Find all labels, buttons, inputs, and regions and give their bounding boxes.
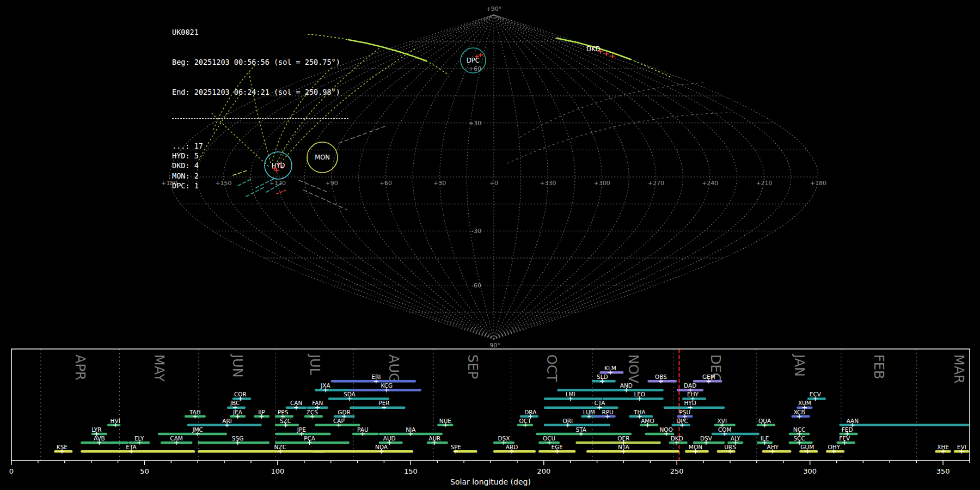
shower-label: DAD	[684, 382, 696, 389]
lon-label: +0	[489, 180, 498, 187]
month-label: JAN	[792, 353, 807, 377]
shower-label: DSX	[498, 435, 510, 442]
shower-label: ORI	[562, 418, 573, 424]
shower-label: PCA	[304, 435, 316, 442]
shower-zcs: ZCS	[304, 409, 323, 419]
shower-bar	[158, 433, 227, 436]
shower-bar	[427, 442, 448, 444]
shower-label: CTA	[594, 400, 605, 406]
count-row: DKD: 4	[172, 161, 348, 170]
shower-nzc: NZC	[198, 444, 326, 454]
shower-label: URS	[724, 444, 736, 450]
shower-kse: KSE	[54, 444, 72, 454]
shower-label: ETA	[126, 444, 137, 450]
info-separator	[172, 118, 348, 119]
shower-label: XUM	[798, 400, 811, 406]
lon-label: +300	[593, 180, 610, 187]
lon-label: +60	[379, 180, 392, 187]
shower-label: EGE	[552, 444, 563, 450]
shower-label: ARI	[222, 418, 232, 424]
shower-label: OHY	[828, 444, 840, 450]
lat-label: +30	[469, 120, 481, 127]
shower-jmc: JMC	[158, 426, 227, 436]
count-row: HYD: 5	[172, 151, 348, 161]
shower-bar	[312, 450, 413, 453]
shower-label: XCB	[794, 409, 805, 415]
shower-aur: AUR	[427, 435, 448, 445]
shower-label: EVI	[957, 444, 966, 450]
x-tick-label: 50	[140, 467, 149, 475]
shower-sld: SLD	[592, 373, 616, 383]
month-labels: APRMAYJUNJULAUGSEPOCTNOVDECJANFEBMAR	[72, 353, 966, 384]
lon-label: +210	[756, 180, 772, 187]
shower-label: EHY	[687, 391, 699, 397]
shower-label: AUD	[383, 435, 396, 442]
shower-label: NTA	[618, 444, 629, 450]
x-ticks	[11, 461, 970, 465]
shower-label: FED	[842, 426, 853, 433]
lon-label: +330	[540, 180, 556, 187]
shower-bar	[762, 450, 792, 453]
shower-pau: PAU	[352, 426, 379, 436]
x-tick-label: 300	[803, 467, 817, 475]
shower-label: THA	[633, 409, 646, 415]
station-id: UK0021	[172, 27, 348, 37]
shower-label: HVI	[111, 418, 120, 424]
shower-label: SDA	[344, 391, 356, 397]
shower-label: DSV	[700, 435, 713, 442]
x-tick-label: 150	[404, 467, 418, 475]
shower-label: HYD	[684, 400, 696, 406]
shower-dkd: DKD	[669, 435, 688, 445]
count-row: ...: 17	[172, 141, 348, 151]
shower-bar	[664, 406, 725, 409]
x-tick-labels: 050100150200250300350	[9, 467, 950, 475]
shower-bar	[586, 450, 679, 453]
shower-ard: ARD	[493, 444, 536, 454]
shower-label: JBC	[230, 400, 240, 406]
shower-bar	[544, 397, 603, 400]
shower-qua: QUA	[757, 418, 775, 427]
shower-bar	[81, 450, 195, 453]
shower-label: NOO	[659, 426, 672, 433]
shower-ege: EGE	[538, 444, 575, 454]
month-label: NOV	[626, 354, 641, 383]
month-label: OCT	[544, 354, 559, 382]
shower-label: ERI	[371, 373, 381, 380]
shower-label: JPE	[297, 426, 306, 433]
shower-label: OER	[617, 435, 629, 442]
shower-label: PSU	[679, 409, 691, 415]
shower-label: JEA	[232, 409, 243, 415]
shower-bar	[595, 415, 616, 418]
month-label: JUL	[307, 353, 322, 376]
shower-label: FEV	[839, 435, 850, 442]
shower-label: GDR	[338, 409, 351, 415]
month-label: APR	[72, 354, 88, 381]
shower-label: PER	[378, 400, 389, 406]
shower-obs: OBS	[647, 373, 677, 383]
shower-label: QUA	[758, 418, 771, 424]
shower-bar	[717, 450, 736, 453]
month-label: SEP	[465, 354, 480, 379]
shower-bar	[493, 450, 536, 453]
shower-label: FAN	[312, 400, 323, 406]
session-beg: Beg: 20251203 00:56:56 (sol = 250.75°)	[172, 57, 348, 67]
shower-label: LYR	[91, 426, 101, 433]
shower-label: AND	[620, 382, 633, 389]
shower-label: CAP	[333, 418, 345, 424]
shower-label: OCU	[543, 435, 555, 442]
meteor-trail	[630, 59, 671, 77]
shower-hyd: HYD	[664, 400, 725, 409]
shower-label: SCC	[793, 435, 805, 442]
shower-dpc: DPC	[671, 418, 690, 427]
shower-eta: ETA	[81, 444, 195, 454]
shower-label: JXA	[320, 382, 330, 389]
shower-cam: CAM	[161, 435, 193, 445]
x-tick-label: 250	[670, 467, 684, 475]
shower-label: PAU	[357, 426, 369, 433]
shower-aan: AAN	[839, 418, 969, 427]
shower-label: IIP	[258, 409, 265, 415]
shower-ssg: SSG	[198, 435, 270, 445]
shower-kcg: KCG	[350, 382, 421, 392]
shower-label: KSE	[57, 444, 68, 450]
shower-label: DRA	[524, 409, 537, 415]
